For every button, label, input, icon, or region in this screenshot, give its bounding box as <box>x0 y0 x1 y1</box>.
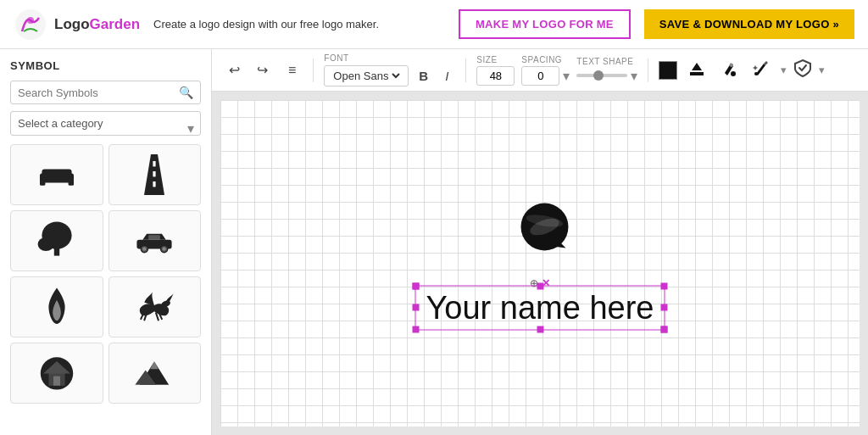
make-logo-button[interactable]: MAKE MY LOGO FOR ME <box>459 9 631 39</box>
handle-mid-top[interactable] <box>537 282 543 289</box>
search-input[interactable] <box>18 86 179 99</box>
svg-point-0 <box>15 9 46 40</box>
svg-point-1 <box>27 17 34 24</box>
main-layout: SYMBOL 🔍 Select a category <box>0 49 868 435</box>
symbol-sofa[interactable] <box>10 144 103 205</box>
align-button[interactable]: ≡ <box>281 59 303 82</box>
canvas-inner: ⊕ ✕ Your name here <box>220 100 860 427</box>
handle-mid-right[interactable] <box>661 304 668 311</box>
undo-button[interactable]: ↩ <box>222 58 247 82</box>
symbol-flame[interactable] <box>10 276 103 337</box>
logo-symbol-svg <box>498 197 582 273</box>
shield-icon-button[interactable] <box>793 59 812 81</box>
effects-dropdown-arrow[interactable]: ▾ <box>781 64 787 76</box>
spacing-input[interactable] <box>521 66 559 86</box>
logo-area: LogoGarden <box>14 8 140 42</box>
svg-rect-13 <box>54 246 59 255</box>
paint-icon-button[interactable] <box>716 59 742 82</box>
size-group: SIZE <box>476 55 515 86</box>
handle-mid-left[interactable] <box>412 304 419 311</box>
svg-rect-29 <box>690 72 704 75</box>
search-box[interactable]: 🔍 <box>10 81 201 104</box>
spacing-label: SPACING <box>521 55 562 64</box>
save-download-button[interactable]: SAVE & DOWNLOAD MY LOGO » <box>644 9 854 39</box>
road-icon <box>134 154 175 195</box>
svg-rect-5 <box>42 170 71 178</box>
svg-rect-25 <box>53 376 60 386</box>
spacing-group: SPACING ▾ <box>521 55 570 86</box>
svg-rect-10 <box>153 171 156 176</box>
text-shape-slider[interactable] <box>576 74 627 77</box>
flame-icon <box>36 287 77 327</box>
divider-2 <box>465 59 466 82</box>
handle-corner-tl[interactable] <box>412 282 419 289</box>
logo-symbol[interactable]: ⊕ ✕ <box>498 197 582 276</box>
text-shape-label: TEXT SHAPE <box>576 57 633 66</box>
logo-text-block[interactable]: Your name here <box>415 285 665 330</box>
spacing-dropdown-arrow[interactable]: ▾ <box>563 68 570 84</box>
header: LogoGarden Create a logo design with our… <box>0 0 868 49</box>
symbol-mountain[interactable] <box>108 343 202 404</box>
divider-1 <box>313 59 314 82</box>
sidebar-title: SYMBOL <box>10 59 201 72</box>
font-select[interactable]: Open Sans Arial <box>330 69 403 83</box>
logo-text: LogoGarden <box>54 16 140 33</box>
svg-marker-28 <box>150 361 159 369</box>
sofa-icon <box>36 154 77 195</box>
font-label: FONT <box>324 53 348 63</box>
color-swatch[interactable] <box>659 61 677 80</box>
symbol-pegasus[interactable] <box>108 276 202 337</box>
canvas-toolbar: ↩ ↪ ≡ FONT Open Sans Arial B I <box>212 49 868 92</box>
symbol-sidebar: SYMBOL 🔍 Select a category <box>0 49 212 435</box>
category-wrapper: Select a category <box>10 111 201 144</box>
size-label: SIZE <box>476 55 497 64</box>
text-shape-group: TEXT SHAPE ▾ <box>576 57 637 84</box>
fill-icon-button[interactable] <box>684 59 709 82</box>
svg-rect-20 <box>148 235 160 239</box>
effects-icon-button[interactable] <box>748 59 774 82</box>
header-tagline: Create a logo design with our free logo … <box>153 18 379 31</box>
handle-mid-bottom[interactable] <box>537 326 543 332</box>
redo-button[interactable]: ↪ <box>250 58 275 82</box>
undo-redo-group: ↩ ↪ <box>222 58 275 82</box>
italic-button[interactable]: I <box>438 64 455 87</box>
divider-3 <box>648 59 648 82</box>
handle-corner-br[interactable] <box>661 326 668 332</box>
svg-point-32 <box>754 72 758 75</box>
handle-corner-tr[interactable] <box>661 282 668 289</box>
canvas-area: ↩ ↪ ≡ FONT Open Sans Arial B I <box>212 49 868 435</box>
handle-corner-bl[interactable] <box>412 326 419 332</box>
svg-point-17 <box>143 248 147 251</box>
mountain-icon <box>134 353 175 393</box>
shield-icon <box>793 59 812 77</box>
symbol-tree[interactable] <box>10 210 103 271</box>
symbol-grid <box>10 144 201 404</box>
symbol-road[interactable] <box>108 144 202 205</box>
logo-text-label: Your name here <box>426 289 654 325</box>
slider-thumb <box>593 70 604 81</box>
logo-container: ⊕ ✕ Your name here <box>415 197 665 330</box>
svg-point-30 <box>731 71 736 76</box>
size-input[interactable] <box>476 66 515 86</box>
shield-dropdown-arrow[interactable]: ▾ <box>819 64 825 76</box>
tree-icon <box>36 220 77 261</box>
car-icon <box>134 220 175 261</box>
svg-rect-6 <box>40 181 44 185</box>
canvas-grid[interactable]: ⊕ ✕ Your name here <box>212 92 868 435</box>
text-shape-dropdown-arrow[interactable]: ▾ <box>631 68 637 84</box>
svg-rect-7 <box>70 181 74 185</box>
paint-icon <box>721 60 737 77</box>
search-icon: 🔍 <box>179 86 193 99</box>
house-icon <box>36 353 77 393</box>
svg-point-14 <box>37 237 53 251</box>
svg-point-19 <box>163 248 166 251</box>
symbol-house[interactable] <box>10 343 103 404</box>
logogarden-logo-icon <box>14 8 47 42</box>
svg-rect-11 <box>153 181 156 187</box>
category-select[interactable]: Select a category <box>10 111 201 136</box>
font-group: FONT Open Sans Arial B I <box>324 53 455 87</box>
symbol-car[interactable] <box>108 210 202 271</box>
fill-icon <box>688 60 705 77</box>
svg-rect-9 <box>153 161 156 166</box>
bold-button[interactable]: B <box>412 64 435 87</box>
